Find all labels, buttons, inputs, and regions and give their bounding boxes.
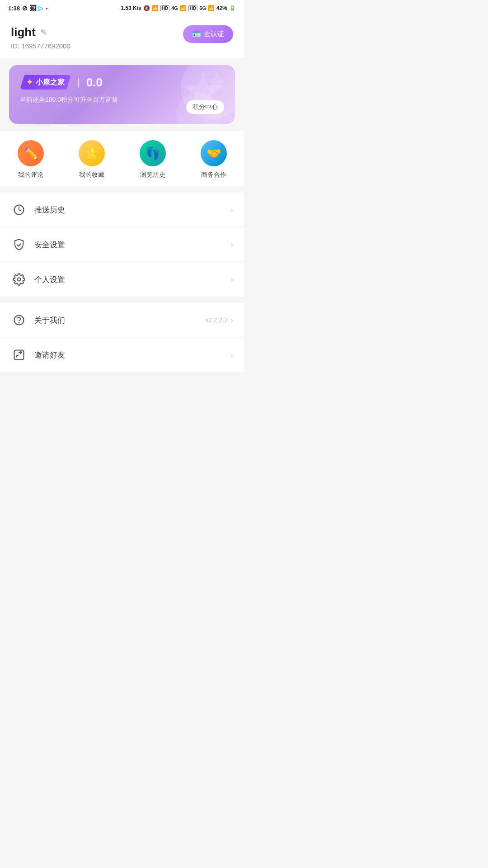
svg-rect-6 bbox=[14, 350, 24, 360]
battery-indicator: 🔋 bbox=[229, 5, 236, 11]
business-label: 商务合作 bbox=[201, 171, 226, 179]
chevron-icon: › bbox=[230, 205, 233, 215]
verify-button[interactable]: 🪪 去认证 bbox=[183, 25, 233, 43]
membership-card: ✦ 小康之家 | 0.0 当前还差100.0积分可升至百万富翁 积分中心 bbox=[9, 65, 235, 124]
menu-personal-settings[interactable]: 个人设置 › bbox=[0, 262, 244, 297]
about-us-label: 关于我们 bbox=[34, 315, 205, 326]
favorite-icon: ⭐ bbox=[84, 146, 99, 160]
status-bar: 1:38 ⊘ 🖼 ▷ ● 1.53 K/s 🔇 📶 HD 4G 📶 HD 5G … bbox=[0, 0, 244, 16]
status-dot: ● bbox=[46, 6, 48, 10]
status-left: 1:38 ⊘ 🖼 ▷ ● bbox=[8, 5, 48, 12]
edit-name-icon[interactable]: ✎ bbox=[40, 28, 47, 38]
chevron-icon: › bbox=[230, 275, 233, 284]
battery-percent: 42% bbox=[216, 5, 227, 11]
menu-invite-friends[interactable]: 邀请好友 › bbox=[0, 338, 244, 372]
network-speed: 1.53 K/s bbox=[121, 5, 141, 11]
push-history-right: › bbox=[230, 205, 233, 215]
action-comment[interactable]: ✏️ 我的评论 bbox=[18, 140, 44, 179]
status-icon-3: ▷ bbox=[38, 5, 43, 12]
profile-header: light ✎ ID: 1695777692000 🪪 去认证 bbox=[0, 16, 244, 58]
invite-friends-label: 邀请好友 bbox=[34, 350, 230, 360]
personal-settings-right: › bbox=[230, 275, 233, 284]
profile-id: ID: 1695777692000 bbox=[11, 42, 70, 50]
points-center-label: 积分中心 bbox=[192, 103, 218, 110]
bottom-space bbox=[0, 372, 244, 390]
verify-button-label: 去认证 bbox=[204, 30, 224, 38]
version-label: v2.2.2.7 bbox=[205, 316, 228, 324]
question-icon bbox=[11, 312, 27, 328]
profile-username: light bbox=[11, 25, 36, 39]
menu-section-2: 关于我们 v2.2.2.7 › 邀请好友 › bbox=[0, 303, 244, 372]
4g-icon: 4G bbox=[171, 5, 178, 11]
clock-icon bbox=[11, 202, 27, 218]
comment-icon: ✏️ bbox=[23, 146, 38, 160]
wifi-icon: 📶 bbox=[152, 5, 159, 11]
business-icon: 🤝 bbox=[206, 146, 221, 160]
signal-icon: 📶 bbox=[180, 5, 187, 11]
badge-star-icon: ✦ bbox=[26, 77, 33, 87]
hd-badge2: HD bbox=[188, 5, 197, 11]
5g-icon: 5G bbox=[199, 5, 206, 11]
points-center-button[interactable]: 积分中心 bbox=[186, 100, 224, 114]
profile-name-row: light ✎ bbox=[11, 25, 70, 39]
action-history[interactable]: 👣 浏览历史 bbox=[140, 140, 166, 179]
card-points: 0.0 bbox=[86, 75, 103, 90]
shield-icon bbox=[11, 236, 27, 253]
action-business[interactable]: 🤝 商务合作 bbox=[201, 140, 227, 179]
mute-icon: 🔇 bbox=[143, 5, 150, 11]
profile-left: light ✎ ID: 1695777692000 bbox=[11, 25, 70, 50]
personal-settings-label: 个人设置 bbox=[34, 274, 230, 285]
status-icon-2: 🖼 bbox=[30, 5, 36, 12]
status-time: 1:38 bbox=[8, 5, 20, 12]
verify-id-icon: 🪪 bbox=[192, 30, 201, 38]
chevron-icon: › bbox=[230, 350, 233, 360]
battery-icon: 📶 bbox=[208, 5, 215, 11]
hd-badge: HD bbox=[160, 5, 169, 11]
status-right: 1.53 K/s 🔇 📶 HD 4G 📶 HD 5G 📶 42% 🔋 bbox=[121, 5, 236, 11]
push-history-label: 推送历史 bbox=[34, 205, 230, 215]
menu-push-history[interactable]: 推送历史 › bbox=[0, 193, 244, 227]
card-divider: | bbox=[77, 76, 80, 88]
menu-security[interactable]: 安全设置 › bbox=[0, 227, 244, 262]
business-icon-wrap: 🤝 bbox=[201, 140, 227, 166]
history-icon-wrap: 👣 bbox=[140, 140, 166, 166]
gear-icon bbox=[11, 271, 27, 288]
favorite-label: 我的收藏 bbox=[79, 171, 104, 179]
security-right: › bbox=[230, 240, 233, 250]
history-label: 浏览历史 bbox=[140, 171, 165, 179]
history-icon: 👣 bbox=[145, 146, 160, 160]
action-favorite[interactable]: ⭐ 我的收藏 bbox=[79, 140, 105, 179]
svg-point-3 bbox=[18, 278, 21, 281]
chevron-icon: › bbox=[230, 240, 233, 250]
menu-about-us[interactable]: 关于我们 v2.2.2.7 › bbox=[0, 303, 244, 338]
invite-friends-right: › bbox=[230, 350, 233, 360]
favorite-icon-wrap: ⭐ bbox=[79, 140, 105, 166]
about-us-right: v2.2.2.7 › bbox=[205, 316, 233, 325]
svg-point-5 bbox=[19, 322, 19, 323]
chevron-icon: › bbox=[230, 316, 233, 325]
menu-section-1: 推送历史 › 安全设置 › 个人设置 › bbox=[0, 193, 244, 297]
status-icon-1: ⊘ bbox=[22, 5, 28, 12]
badge-name: 小康之家 bbox=[36, 78, 65, 87]
comment-icon-wrap: ✏️ bbox=[18, 140, 44, 166]
comment-label: 我的评论 bbox=[18, 171, 43, 179]
membership-badge: ✦ 小康之家 bbox=[20, 75, 71, 90]
quick-actions: ✏️ 我的评论 ⭐ 我的收藏 👣 浏览历史 🤝 商务合作 bbox=[0, 131, 244, 186]
invite-icon bbox=[11, 347, 27, 363]
security-label: 安全设置 bbox=[34, 240, 230, 250]
